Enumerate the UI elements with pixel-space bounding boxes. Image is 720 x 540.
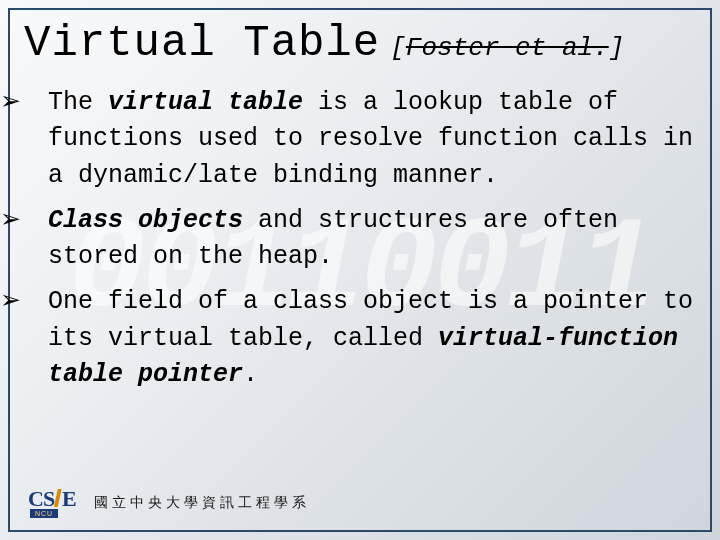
bullet-item: ➢The virtual table is a lookup table of …	[24, 82, 696, 194]
logo-e: E	[62, 486, 77, 512]
logo-ncu: NCU	[30, 509, 58, 518]
bullet-arrow-icon: ➢	[24, 82, 48, 118]
footer-text: 國立中央大學資訊工程學系	[94, 494, 310, 512]
slide-title: Virtual Table	[24, 18, 380, 68]
bullet-bold: Class objects	[48, 206, 243, 235]
bullet-item: ➢One field of a class object is a pointe…	[24, 281, 696, 393]
cite-open: [	[390, 33, 406, 63]
slide-content: Virtual Table [Foster et al.] ➢The virtu…	[24, 18, 696, 399]
bullet-item: ➢Class objects and structures are often …	[24, 200, 696, 276]
slide: 00110011 Virtual Table [Foster et al.] ➢…	[0, 0, 720, 540]
title-row: Virtual Table [Foster et al.]	[24, 18, 696, 68]
cite-struck: Foster et al.	[406, 33, 609, 63]
bullet-post: .	[243, 360, 258, 389]
bullet-list: ➢The virtual table is a lookup table of …	[24, 82, 696, 393]
bullet-arrow-icon: ➢	[24, 200, 48, 236]
citation: [Foster et al.]	[390, 33, 624, 63]
bullet-arrow-icon: ➢	[24, 281, 48, 317]
bullet-bold: virtual table	[108, 88, 303, 117]
cite-close: ]	[609, 33, 625, 63]
bullet-pre: The	[48, 88, 108, 117]
csie-logo-icon: CS I E NCU	[28, 486, 82, 520]
footer: CS I E NCU 國立中央大學資訊工程學系	[28, 486, 310, 520]
